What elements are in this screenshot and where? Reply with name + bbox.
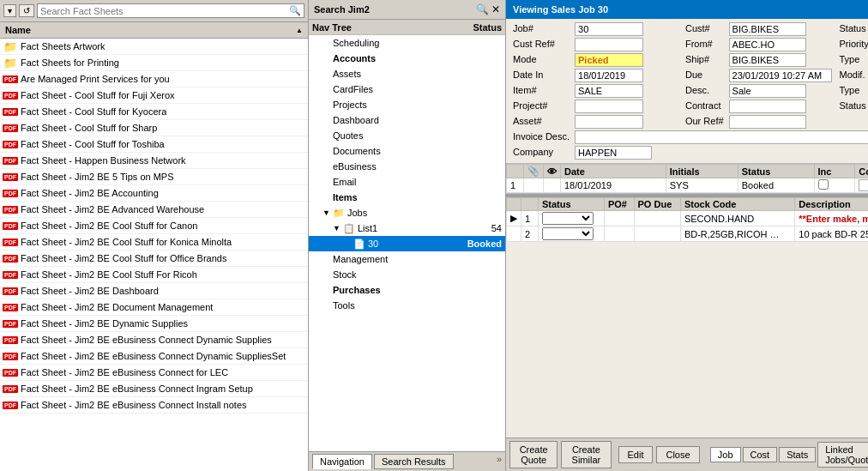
list-item[interactable]: PDFFact Sheet - Jim2 BE 5 Tips on MPS bbox=[0, 169, 308, 185]
item-field[interactable] bbox=[575, 84, 643, 98]
nav-tree-item[interactable]: Documents bbox=[309, 143, 505, 159]
list-item[interactable]: PDFFact Sheet - Cool Stuff for Toshiba bbox=[0, 136, 308, 153]
list-item[interactable]: PDFFact Sheet - Jim2 BE Cool Stuff for C… bbox=[0, 218, 308, 234]
sort-arrows[interactable]: ▲ bbox=[296, 27, 303, 34]
tab-job[interactable]: Job bbox=[710, 447, 741, 462]
list-item[interactable]: PDFFact Sheet - Cool Stuff for Fuji Xero… bbox=[0, 88, 308, 104]
nav-label: Items bbox=[333, 192, 358, 202]
mid-title: Search Jim2 bbox=[314, 4, 370, 15]
tab-linked[interactable]: Linked Jobs/Quotes bbox=[817, 442, 868, 468]
project-field[interactable] bbox=[575, 100, 643, 113]
file-name: Fact Sheet - Jim2 BE eBusiness Connect D… bbox=[21, 351, 286, 361]
list-item[interactable]: PDFFact Sheet - Jim2 BE Cool Stuff for K… bbox=[0, 234, 308, 251]
nav-tree-label: Nav Tree bbox=[312, 22, 352, 33]
list-item[interactable]: PDFAre Managed Print Services for you bbox=[0, 71, 308, 88]
list-item[interactable]: PDFFact Sheet - Cool Stuff for Kyocera bbox=[0, 104, 308, 120]
nav-tree-item[interactable]: ▼📋List154 bbox=[309, 220, 505, 236]
table-row[interactable]: ▶ 1 SECOND.HAND **Enter make, model and … bbox=[507, 211, 869, 226]
edit-btn[interactable]: Edit bbox=[618, 446, 654, 463]
list-item[interactable]: PDFFact Sheet - Cool Stuff for Sharp bbox=[0, 120, 308, 136]
folder-icon: 📁 bbox=[333, 208, 345, 219]
mid-panel: Search Jim2 🔍 ✕ Nav Tree Status Scheduli… bbox=[309, 0, 506, 471]
mid-footer-arrow[interactable]: » bbox=[497, 454, 502, 469]
close-btn[interactable]: Close bbox=[656, 446, 699, 463]
nav-tree-item[interactable]: Accounts bbox=[309, 51, 505, 66]
list-item[interactable]: PDFFact Sheet - Jim2 BE Cool Stuff for O… bbox=[0, 251, 308, 267]
nav-tree-item[interactable]: Items bbox=[309, 190, 505, 205]
list-item[interactable]: PDFFact Sheet - Jim2 BE eBusiness Connec… bbox=[0, 381, 308, 397]
asset-field[interactable] bbox=[575, 115, 643, 129]
nav-tree-item[interactable]: Dashboard bbox=[309, 112, 505, 128]
list-item[interactable]: PDFFact Sheet - Jim2 BE eBusiness Connec… bbox=[0, 397, 308, 414]
search-icon-mid[interactable]: 🔍 bbox=[476, 3, 489, 15]
nav-tree-item[interactable]: Purchases bbox=[309, 282, 505, 298]
file-name: Fact Sheet - Cool Stuff for Sharp bbox=[21, 123, 157, 133]
desc-field[interactable] bbox=[729, 84, 806, 98]
list-item[interactable]: PDFFact Sheet - Jim2 BE eBusiness Connec… bbox=[0, 348, 308, 365]
invoice-desc-field[interactable] bbox=[575, 130, 868, 144]
file-name: Fact Sheet - Jim2 BE Cool Stuff for Offi… bbox=[21, 253, 226, 263]
list-item[interactable]: 📁Fact Sheets Artwork bbox=[0, 39, 308, 55]
tab-cost[interactable]: Cost bbox=[743, 447, 778, 462]
list-item[interactable]: 📁Fact Sheets for Printing bbox=[0, 55, 308, 71]
dropdown-btn[interactable]: ▾ bbox=[3, 4, 16, 17]
due-field[interactable] bbox=[729, 69, 832, 82]
ship-field[interactable] bbox=[729, 53, 806, 67]
nav-tree: SchedulingAccountsAssetsCardFilesProject… bbox=[309, 35, 505, 451]
cust-ref-field[interactable] bbox=[575, 38, 643, 51]
pdf-icon: PDF bbox=[3, 137, 17, 151]
table-row[interactable]: 1 18/01/2019 SYS Booked bbox=[507, 178, 869, 193]
list-item[interactable]: PDFFact Sheet - Jim2 BE Dynamic Supplies bbox=[0, 316, 308, 332]
search-icon[interactable]: 🔍 bbox=[289, 5, 301, 16]
nav-tree-item[interactable]: Stock bbox=[309, 267, 505, 282]
comment-field[interactable] bbox=[859, 179, 868, 191]
from-field[interactable] bbox=[729, 38, 806, 51]
search-input[interactable] bbox=[40, 6, 289, 16]
list-item[interactable]: PDFFact Sheet - Jim2 BE eBusiness Connec… bbox=[0, 332, 308, 348]
refresh-btn[interactable]: ↺ bbox=[19, 4, 34, 17]
file-name: Fact Sheet - Jim2 BE Cool Stuff For Rico… bbox=[21, 269, 197, 280]
close-icon-mid[interactable]: ✕ bbox=[491, 3, 500, 15]
nav-tree-item[interactable]: Quotes bbox=[309, 128, 505, 143]
nav-tree-item[interactable]: ▼📁Jobs bbox=[309, 205, 505, 220]
nav-tree-item[interactable]: Assets bbox=[309, 66, 505, 82]
status-select[interactable] bbox=[542, 212, 594, 225]
table-row[interactable]: 2 BD-R,25GB,RICOH … 10 pack BD-R 25… - R… bbox=[507, 226, 869, 242]
our-ref-field[interactable] bbox=[729, 115, 806, 129]
create-quote-btn[interactable]: Create Quote bbox=[509, 441, 558, 468]
list-item[interactable]: PDFFact Sheet - Jim2 BE Accounting bbox=[0, 185, 308, 202]
upper-col-num bbox=[507, 165, 524, 178]
status-select[interactable] bbox=[542, 227, 594, 240]
list-item[interactable]: PDFFact Sheet - Jim2 BE eBusiness Connec… bbox=[0, 365, 308, 381]
job-field[interactable] bbox=[575, 22, 643, 36]
col-header: Name ▲ bbox=[0, 22, 308, 39]
tab-search-results[interactable]: Search Results bbox=[374, 454, 454, 469]
nav-tree-item[interactable]: Management bbox=[309, 251, 505, 267]
contract-label: Contract bbox=[684, 100, 726, 113]
cust-field[interactable] bbox=[729, 22, 806, 36]
nav-tree-item[interactable]: 📄30Booked bbox=[309, 236, 505, 251]
list-item[interactable]: PDFFact Sheet - Jim2 BE Cool Stuff For R… bbox=[0, 267, 308, 283]
company-field[interactable] bbox=[575, 146, 652, 160]
list-item[interactable]: PDFFact Sheet - Jim2 BE Document Managem… bbox=[0, 299, 308, 316]
create-similar-btn[interactable]: Create Similar bbox=[561, 441, 611, 468]
nav-tree-item[interactable]: Email bbox=[309, 174, 505, 190]
tree-expander[interactable]: ▼ bbox=[322, 208, 331, 217]
list-item[interactable]: PDFFact Sheet - Happen Business Network bbox=[0, 153, 308, 169]
pdf-icon: PDF bbox=[3, 382, 17, 396]
date-in-field[interactable] bbox=[575, 69, 643, 82]
inc-checkbox[interactable] bbox=[818, 179, 829, 190]
contract-field[interactable] bbox=[729, 100, 806, 113]
nav-tree-item[interactable]: Scheduling bbox=[309, 35, 505, 51]
nav-tree-item[interactable]: eBusiness bbox=[309, 159, 505, 174]
tab-navigation[interactable]: Navigation bbox=[312, 454, 372, 469]
nav-tree-item[interactable]: Tools bbox=[309, 298, 505, 313]
lower-col-num bbox=[521, 198, 539, 211]
nav-tree-item[interactable]: CardFiles bbox=[309, 82, 505, 97]
list-item[interactable]: PDFFact Sheet - Jim2 BE Dashboard bbox=[0, 283, 308, 299]
upper-col-initials: Initials bbox=[666, 165, 738, 178]
list-item[interactable]: PDFFact Sheet - Jim2 BE Advanced Warehou… bbox=[0, 202, 308, 218]
tree-expander[interactable]: ▼ bbox=[333, 224, 341, 232]
nav-tree-item[interactable]: Projects bbox=[309, 97, 505, 112]
tab-stats[interactable]: Stats bbox=[779, 447, 816, 462]
